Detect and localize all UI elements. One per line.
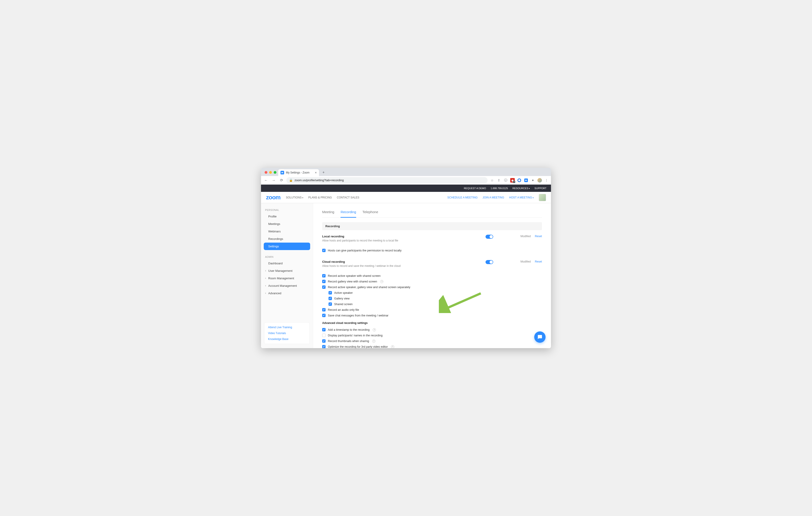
checkbox-icon[interactable]	[328, 291, 332, 295]
user-avatar[interactable]	[539, 194, 546, 201]
sidebar-admin-label: ADMIN	[261, 254, 313, 260]
help-icon[interactable]: ?	[391, 345, 394, 348]
checkbox-label: Record active speaker, gallery view and …	[328, 285, 410, 289]
checkbox-audio-only[interactable]: Record an audio only file	[322, 307, 542, 312]
cloud-recording-toggle[interactable]	[486, 260, 493, 264]
info-icon[interactable]: ⓘ	[503, 178, 508, 183]
phone-link[interactable]: 1.888.799.0125	[491, 187, 508, 190]
attend-training-link[interactable]: Attend Live Training	[268, 326, 306, 329]
host-meeting-dropdown[interactable]: HOST A MEETING	[509, 196, 534, 199]
checkbox-icon[interactable]	[322, 328, 325, 331]
checkbox-icon[interactable]	[322, 274, 325, 277]
checkbox-icon[interactable]	[328, 297, 332, 300]
checkbox-sub-active-speaker[interactable]: Active speaker	[322, 290, 542, 296]
sidebar: PERSONAL Profile Meetings Webinars Recor…	[261, 203, 313, 348]
extensions-icon[interactable]: ✦	[531, 178, 535, 183]
tab-meeting[interactable]: Meeting	[322, 208, 334, 217]
checkbox-label: Record active speaker with shared screen	[328, 274, 381, 277]
checkbox-hosts-permission[interactable]: Hosts can give participants the permissi…	[322, 248, 542, 253]
checkbox-label: Record gallery view with shared screen	[328, 280, 377, 283]
sidebar-item-meetings[interactable]: Meetings	[261, 220, 313, 227]
zoom-header: zoom SOLUTIONS PLANS & PRICING CONTACT S…	[261, 192, 551, 203]
browser-menu-icon[interactable]: ⋮	[544, 178, 549, 183]
sidebar-item-account-management[interactable]: Account Management	[261, 282, 313, 290]
checkbox-label: Shared screen	[334, 303, 352, 306]
zoom-nav: SOLUTIONS PLANS & PRICING CONTACT SALES	[286, 196, 359, 199]
help-icon[interactable]: ?	[373, 328, 376, 331]
ublock-icon[interactable]: ◆	[510, 178, 515, 183]
sidebar-item-profile[interactable]: Profile	[261, 213, 313, 220]
sidebar-personal-label: PERSONAL	[261, 207, 313, 213]
checkbox-record-separately[interactable]: Record active speaker, gallery view and …	[322, 284, 542, 290]
sidebar-footer: Attend Live Training Video Tutorials Kno…	[264, 322, 310, 344]
checkbox-label: Active speaker	[334, 291, 353, 295]
new-tab-button[interactable]: +	[320, 169, 327, 176]
nav-solutions[interactable]: SOLUTIONS	[286, 196, 303, 199]
section-header-recording: Recording	[322, 222, 542, 230]
close-window-button[interactable]	[265, 171, 267, 174]
local-recording-toggle[interactable]	[486, 235, 493, 239]
zoom-extension-icon[interactable]	[524, 178, 528, 183]
checkbox-icon[interactable]	[322, 345, 325, 348]
sidebar-item-recordings[interactable]: Recordings	[261, 235, 313, 243]
checkbox-label: Hosts can give participants the permissi…	[328, 249, 402, 252]
sidebar-item-room-management[interactable]: Room Management	[261, 275, 313, 282]
close-tab-icon[interactable]: ×	[315, 171, 317, 175]
checkbox-display-names[interactable]: Display participants' names in the recor…	[322, 333, 542, 338]
setting-local-recording: Local recording Allow hosts and particip…	[322, 235, 542, 242]
checkbox-sub-gallery-view[interactable]: Gallery view	[322, 296, 542, 301]
bookmark-icon[interactable]: ☆	[490, 178, 494, 183]
advanced-settings-title: Advanced cloud recording settings	[322, 322, 542, 325]
video-tutorials-link[interactable]: Video Tutorials	[268, 332, 306, 335]
help-icon[interactable]: ?	[372, 339, 375, 343]
browser-tabbar: My Settings - Zoom × +	[261, 168, 551, 176]
minimize-window-button[interactable]	[269, 171, 272, 174]
local-reset-link[interactable]: Reset	[535, 235, 542, 238]
back-button[interactable]: ←	[263, 178, 269, 183]
circle-extension-icon[interactable]	[517, 178, 522, 183]
forward-button[interactable]: →	[271, 178, 277, 183]
help-icon[interactable]: ?	[380, 280, 383, 283]
sidebar-item-settings[interactable]: Settings	[264, 243, 310, 250]
checkbox-optimize-3rd-party[interactable]: Optimize the recording for 3rd party vid…	[322, 344, 542, 348]
checkbox-record-active-speaker[interactable]: Record active speaker with shared screen	[322, 273, 542, 279]
chat-fab[interactable]	[534, 331, 546, 343]
request-demo-link[interactable]: REQUEST A DEMO	[464, 187, 486, 190]
address-bar[interactable]: 🔒 zoom.us/profile/setting?tab=recording	[286, 177, 488, 183]
cloud-reset-link[interactable]: Reset	[535, 260, 542, 263]
checkbox-icon[interactable]	[328, 302, 332, 306]
checkbox-icon[interactable]	[322, 285, 325, 289]
browser-tab[interactable]: My Settings - Zoom ×	[278, 169, 319, 176]
checkbox-icon[interactable]	[322, 314, 325, 317]
zoom-favicon	[281, 171, 284, 175]
join-meeting-link[interactable]: JOIN A MEETING	[483, 196, 504, 199]
tab-telephone[interactable]: Telephone	[362, 208, 378, 217]
checkbox-icon[interactable]	[322, 249, 325, 252]
checkbox-icon[interactable]	[322, 334, 325, 337]
checkbox-icon[interactable]	[322, 339, 325, 343]
cloud-recording-title: Cloud recording	[322, 260, 486, 264]
reload-button[interactable]: ⟳	[279, 178, 284, 183]
knowledge-base-link[interactable]: Knowledge Base	[268, 337, 306, 341]
share-icon[interactable]: ⇪	[497, 178, 501, 183]
checkbox-add-timestamp[interactable]: Add a timestamp to the recording ?	[322, 327, 542, 333]
resources-dropdown[interactable]: RESOURCES	[513, 187, 530, 190]
nav-plans[interactable]: PLANS & PRICING	[308, 196, 332, 199]
zoom-logo[interactable]: zoom	[266, 194, 281, 201]
checkbox-sub-shared-screen[interactable]: Shared screen	[322, 301, 542, 307]
checkbox-record-thumbnails[interactable]: Record thumbnails when sharing ?	[322, 338, 542, 344]
checkbox-record-gallery-view[interactable]: Record gallery view with shared screen ?	[322, 279, 542, 284]
sidebar-item-webinars[interactable]: Webinars	[261, 227, 313, 235]
checkbox-save-chat[interactable]: Save chat messages from the meeting / we…	[322, 312, 542, 318]
support-link[interactable]: SUPPORT	[534, 187, 547, 190]
maximize-window-button[interactable]	[274, 171, 277, 174]
nav-contact[interactable]: CONTACT SALES	[337, 196, 359, 199]
checkbox-icon[interactable]	[322, 308, 325, 311]
sidebar-item-dashboard[interactable]: Dashboard	[261, 260, 313, 267]
sidebar-item-user-management[interactable]: User Management	[261, 267, 313, 275]
checkbox-icon[interactable]	[322, 280, 325, 283]
sidebar-item-advanced[interactable]: Advanced	[261, 290, 313, 297]
profile-avatar-icon[interactable]	[538, 178, 542, 183]
schedule-meeting-link[interactable]: SCHEDULE A MEETING	[447, 196, 477, 199]
tab-recording[interactable]: Recording	[341, 208, 356, 218]
